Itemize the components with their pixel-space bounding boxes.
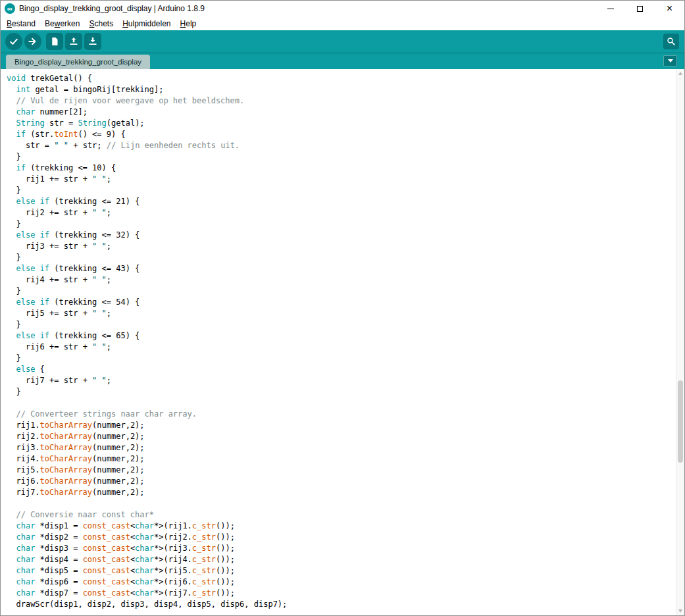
document-icon xyxy=(49,36,61,47)
code-line: rij7 += str + " "; xyxy=(7,375,672,386)
maximize-button[interactable] xyxy=(625,1,655,16)
code-line: rij2 += str + " "; xyxy=(7,207,672,218)
code-line: char *disp6 = const_cast<char*>(rij6.c_s… xyxy=(7,577,672,588)
serial-monitor-button[interactable] xyxy=(663,34,679,49)
close-button[interactable]: × xyxy=(655,1,684,16)
code-line: else { xyxy=(7,364,672,375)
menu-item-hulpmiddelen[interactable]: Hulpmiddelen xyxy=(118,18,175,30)
code-line: rij1 += str + " "; xyxy=(7,174,672,185)
code-line: rij6 += str + " "; xyxy=(7,342,672,353)
code-line: rij5.toCharArray(nummer,2); xyxy=(7,465,672,476)
new-sketch-button[interactable] xyxy=(46,33,63,50)
code-line: char *disp2 = const_cast<char*>(rij2.c_s… xyxy=(7,532,672,543)
minimize-icon xyxy=(607,9,614,9)
code-line: else if (trekking <= 65) { xyxy=(7,330,672,342)
code-line xyxy=(7,398,672,409)
tab-dropdown-button[interactable] xyxy=(663,55,677,66)
code-line: rij2.toCharArray(nummer,2); xyxy=(7,431,672,442)
menu-bar: BestandBewerkenSchetsHulpmiddelenHelp xyxy=(1,16,684,30)
code-line: char *disp7 = const_cast<char*>(rij7.c_s… xyxy=(7,588,672,599)
arduino-app-icon: ∞ xyxy=(5,3,15,14)
chevron-down-icon xyxy=(668,59,673,63)
tab-active-sketch[interactable]: Bingo_display_trekking_groot_display xyxy=(6,55,150,69)
menu-item-help[interactable]: Help xyxy=(176,18,201,30)
scroll-down-icon[interactable] xyxy=(678,609,682,613)
code-line: // Converteer strings naar char array. xyxy=(7,409,672,420)
code-line: else if (trekking <= 43) { xyxy=(7,263,672,274)
code-line: rij3.toCharArray(nummer,2); xyxy=(7,442,672,453)
code-line: int getal = bingoRij[trekking]; xyxy=(7,84,672,95)
code-area[interactable]: void trekGetal() { int getal = bingoRij[… xyxy=(1,69,684,610)
code-line: rij1.toCharArray(nummer,2); xyxy=(7,420,672,431)
code-line: char *disp4 = const_cast<char*>(rij4.c_s… xyxy=(7,554,672,565)
code-line: rij4 += str + " "; xyxy=(7,274,672,286)
code-line: rij5 += str + " "; xyxy=(7,308,672,319)
code-line: } xyxy=(7,151,672,163)
open-sketch-button[interactable] xyxy=(65,33,82,50)
upload-button[interactable] xyxy=(24,33,41,50)
scroll-up-icon[interactable] xyxy=(678,72,682,75)
code-line: drawScr(disp1, disp2, disp3, disp4, disp… xyxy=(7,599,672,610)
close-icon: × xyxy=(667,3,672,14)
code-line: if (str.toInt() <= 9) { xyxy=(7,129,672,140)
code-line: rij3 += str + " "; xyxy=(7,241,672,252)
arrow-down-tray-icon xyxy=(87,36,99,47)
verify-button[interactable] xyxy=(5,33,22,50)
code-line: char nummer[2]; xyxy=(7,107,672,118)
toolbar xyxy=(1,30,684,52)
menu-item-bestand[interactable]: Bestand xyxy=(2,18,40,30)
maximize-icon xyxy=(637,6,643,12)
code-line: else if (trekking <= 54) { xyxy=(7,297,672,308)
code-line: rij7.toCharArray(nummer,2); xyxy=(7,487,672,498)
code-line: else if (trekking <= 21) { xyxy=(7,196,672,207)
arrow-up-tray-icon xyxy=(68,36,80,47)
code-line: } xyxy=(7,386,672,398)
code-line: // Vul de rijen voor weergave op het bee… xyxy=(7,95,672,107)
code-line: else if (trekking <= 32) { xyxy=(7,230,672,241)
scrollbar-thumb[interactable] xyxy=(678,380,683,463)
window-controls: × xyxy=(596,1,684,16)
code-line xyxy=(7,498,672,509)
save-sketch-button[interactable] xyxy=(84,33,101,50)
menu-item-schets[interactable]: Schets xyxy=(84,18,118,30)
minimize-button[interactable] xyxy=(596,1,625,16)
code-line: } xyxy=(7,185,672,196)
code-line: char *disp5 = const_cast<char*>(rij5.c_s… xyxy=(7,565,672,577)
arrow-right-icon xyxy=(27,36,39,47)
magnifier-icon xyxy=(665,36,677,47)
code-line: void trekGetal() { xyxy=(7,73,672,84)
tab-bar: Bingo_display_trekking_groot_display xyxy=(1,52,684,69)
code-line: if (trekking <= 10) { xyxy=(7,163,672,174)
code-line: rij6.toCharArray(nummer,2); xyxy=(7,476,672,487)
editor-scrollbar[interactable] xyxy=(676,69,684,615)
menu-item-bewerken[interactable]: Bewerken xyxy=(40,18,84,30)
code-line: rij4.toCharArray(nummer,2); xyxy=(7,453,672,465)
code-line: } xyxy=(7,286,672,297)
code-line: } xyxy=(7,353,672,364)
code-line: } xyxy=(7,252,672,263)
code-editor[interactable]: void trekGetal() { int getal = bingoRij[… xyxy=(1,69,684,615)
code-line: // Conversie naar const char* xyxy=(7,509,672,521)
tab-label: Bingo_display_trekking_groot_display xyxy=(14,58,141,66)
code-line: char *disp1 = const_cast<char*>(rij1.c_s… xyxy=(7,521,672,532)
code-line: str = " " + str; // Lijn eenheden rechts… xyxy=(7,140,672,151)
title-bar: ∞ Bingo_display_trekking_groot_display |… xyxy=(1,1,684,16)
checkmark-icon xyxy=(8,36,20,47)
code-line: } xyxy=(7,319,672,330)
code-line: } xyxy=(7,218,672,230)
arduino-ide-window: ∞ Bingo_display_trekking_groot_display |… xyxy=(0,0,685,616)
code-line: char *disp3 = const_cast<char*>(rij3.c_s… xyxy=(7,543,672,554)
code-line: String str = String(getal); xyxy=(7,118,672,129)
window-title: Bingo_display_trekking_groot_display | A… xyxy=(19,4,205,13)
